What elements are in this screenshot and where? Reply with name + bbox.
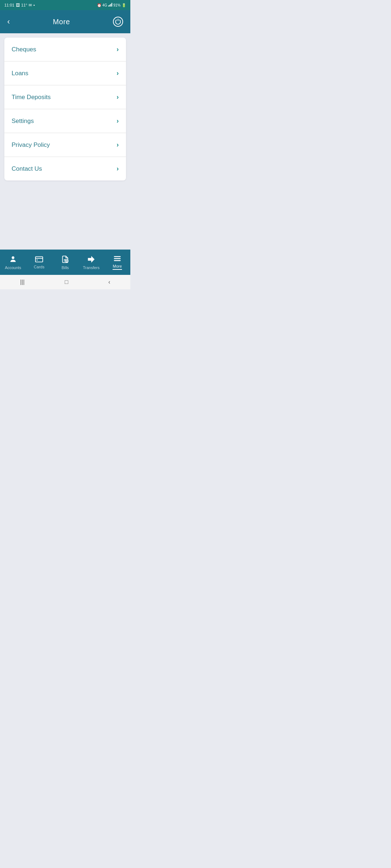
alarm-icon: ⏰ (97, 3, 101, 7)
signal-icon (108, 3, 112, 7)
menu-item-cheques[interactable]: Cheques › (4, 38, 126, 61)
privacy-policy-label: Privacy Policy (12, 141, 50, 149)
contact-us-chevron-icon: › (117, 165, 119, 173)
accounts-icon (9, 255, 17, 264)
data-icon: 4G (102, 3, 107, 7)
battery-display: 91% (113, 3, 121, 7)
transfers-icon (87, 255, 95, 264)
svg-rect-1 (35, 257, 43, 262)
system-navigation: ||| □ ‹ (0, 275, 130, 289)
cheques-chevron-icon: › (117, 46, 119, 53)
temperature-display: 11° (21, 3, 28, 7)
more-nav-icon (113, 255, 121, 263)
main-content: Cheques › Loans › Time Deposits › Settin… (0, 33, 130, 250)
transfers-nav-label: Transfers (83, 265, 100, 270)
time-deposits-label: Time Deposits (12, 94, 51, 101)
more-nav-label: More (113, 264, 122, 270)
back-button[interactable]: ‹ (7, 18, 10, 26)
page-header: ‹ More (0, 10, 130, 33)
accounts-nav-label: Accounts (5, 265, 21, 270)
loans-label: Loans (12, 70, 28, 77)
system-home-button[interactable]: □ (65, 279, 68, 285)
system-menu-button[interactable]: ||| (20, 279, 24, 285)
menu-item-time-deposits[interactable]: Time Deposits › (4, 85, 126, 109)
time-display: 11:01 (4, 3, 14, 7)
menu-card: Cheques › Loans › Time Deposits › Settin… (4, 38, 126, 180)
status-left: 11:01 🖼 11° ✉ • (4, 3, 35, 8)
svg-point-0 (12, 256, 14, 259)
notification-icon: ✉ (29, 3, 32, 8)
system-back-button[interactable]: ‹ (108, 279, 110, 285)
privacy-policy-chevron-icon: › (117, 141, 119, 149)
nav-item-bills[interactable]: Bills (52, 255, 78, 270)
status-bar: 11:01 🖼 11° ✉ • ⏰ 4G 91% 🔋 (0, 0, 130, 10)
cards-nav-label: Cards (34, 265, 44, 269)
nav-item-more[interactable]: More (104, 255, 130, 270)
bottom-navigation: Accounts Cards Bills (0, 250, 130, 275)
nav-item-accounts[interactable]: Accounts (0, 255, 26, 270)
time-deposits-chevron-icon: › (117, 93, 119, 101)
cards-icon (35, 256, 43, 264)
menu-item-privacy-policy[interactable]: Privacy Policy › (4, 133, 126, 157)
menu-item-contact-us[interactable]: Contact Us › (4, 157, 126, 180)
nav-item-cards[interactable]: Cards (26, 256, 52, 269)
bills-nav-label: Bills (62, 265, 69, 270)
cheques-label: Cheques (12, 46, 36, 53)
power-button[interactable] (113, 17, 123, 27)
svg-marker-9 (88, 256, 94, 263)
settings-chevron-icon: › (117, 117, 119, 125)
status-right: ⏰ 4G 91% 🔋 (97, 3, 126, 7)
battery-icon: 🔋 (122, 3, 126, 7)
dot-indicator: • (33, 3, 35, 7)
settings-label: Settings (12, 118, 34, 125)
image-icon: 🖼 (16, 3, 20, 7)
loans-chevron-icon: › (117, 69, 119, 77)
menu-item-loans[interactable]: Loans › (4, 61, 126, 85)
menu-item-settings[interactable]: Settings › (4, 109, 126, 133)
page-title: More (53, 18, 70, 26)
nav-item-transfers[interactable]: Transfers (78, 255, 104, 270)
bills-icon (61, 255, 69, 264)
contact-us-label: Contact Us (12, 165, 42, 173)
